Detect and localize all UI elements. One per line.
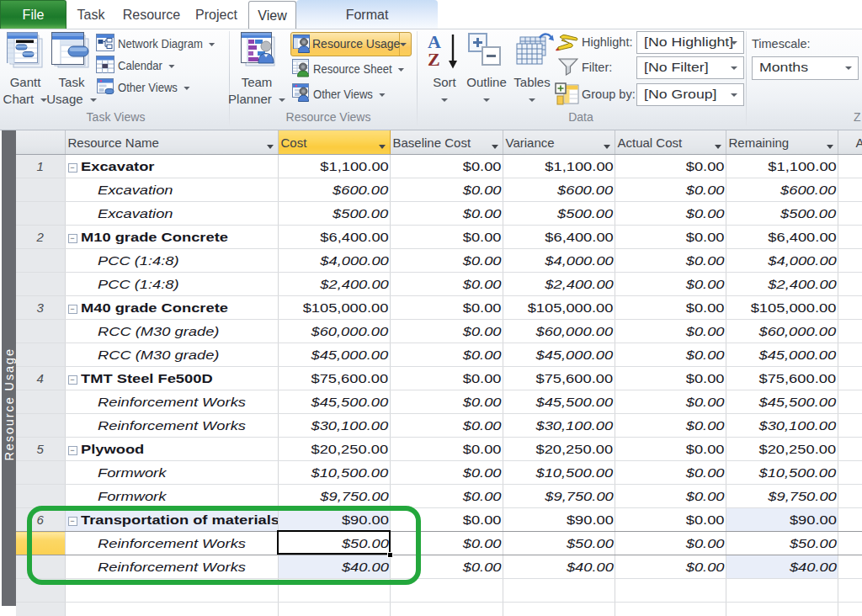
svg-text:Z: Z	[428, 49, 440, 69]
